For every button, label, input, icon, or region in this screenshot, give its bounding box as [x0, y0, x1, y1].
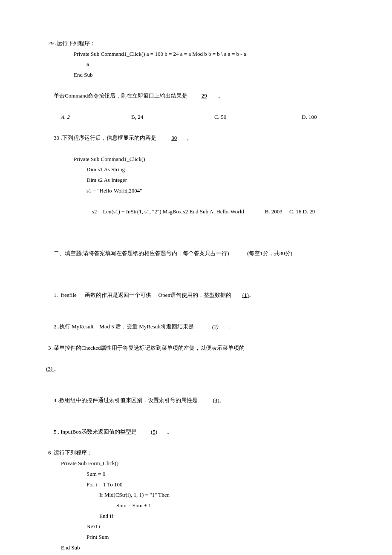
b1-blank: (1)	[242, 292, 249, 298]
q30-code-line: Dim s2 As Integer	[40, 175, 354, 186]
q29-stem-pre: 单击Command命令按钮后，则在立即窗口上输出结果是	[54, 92, 187, 99]
b6-code-line: Private Sub Form_Click()	[40, 458, 354, 469]
q29-stem: 单击Command命令按钮后，则在立即窗口上输出结果是 29 。	[40, 81, 354, 112]
b6-code-line: Sum = Sum + 1	[40, 500, 354, 511]
b2-blank: (2)	[212, 323, 219, 330]
b5-post: 。	[167, 428, 173, 435]
b4-blank: (4)	[213, 397, 219, 403]
b5-pre: 5 . InputBox函数来返回值的类型是	[54, 428, 137, 435]
q30-blank: 30	[171, 135, 177, 141]
b4-post: 。	[219, 397, 225, 403]
b1-pre2: 函数的作用是返回一个可供	[85, 292, 151, 298]
blank2: 2 .执行 MyResult = Mod 5 后，变量 MyResult将返回结…	[40, 311, 354, 343]
document-page: 29 .运行下列程序： Private Sub Command1_Click()…	[0, 0, 392, 555]
q30-choice-b: B. 2003	[265, 208, 282, 215]
blank3-line1: 3 .菜单控件的Checked属性用于将复选标记放到菜单项的左侧，以便表示菜单项…	[40, 343, 354, 354]
blank4: 4 .数组组中的控件通过索引值来区别，设置索引号的属性是 (4)。	[40, 385, 354, 416]
q30-title-pre: 30 .下列程序运行后，信息框显示的内容是	[54, 135, 156, 141]
q29-code-line: Private Sub Command1_Click() a = 100 b =…	[40, 49, 354, 60]
b1-post: 。	[249, 292, 254, 298]
b4-pre: 4 .数组组中的控件通过索引值来区别，设置索引号的属性是	[54, 397, 198, 403]
b6-code-line: Sum = 0	[40, 469, 354, 480]
q30-code-line: s1 = "Hello-World,2004"	[40, 186, 354, 196]
q29-code-line: a	[40, 59, 354, 70]
q30-choice-d: D. 29	[303, 208, 315, 215]
q29-choice-b: B, 24	[131, 112, 214, 123]
q29-choice-c: C. 50	[214, 112, 302, 123]
q29-title: 29 .运行下列程序：	[40, 38, 354, 49]
b1-pre3: Open语句使用的，整型数据的	[159, 292, 231, 298]
b6-stem: 单击窗体后，则在窗体上显示的结果是 (6)	[40, 553, 354, 555]
blank1: 1. freefile 函数的作用是返回一个可供 Open语句使用的，整型数据的…	[40, 279, 354, 311]
q29-stem-post: 。	[218, 92, 224, 99]
b6-code-line: Print Sum	[40, 532, 354, 543]
q29-choice-d: D. 100	[302, 112, 317, 123]
b6-code-line: End If	[40, 511, 354, 522]
q30-code5-main: s2 = Len(s1) + InStr(1, s1, "2") MsgBox …	[92, 208, 244, 215]
b6-code-line: For i = 1 To 100	[40, 480, 354, 490]
q30-code-line: s2 = Len(s1) + InStr(1, s1, "2") MsgBox …	[40, 196, 354, 227]
q30-code-line: Private Sub Command1_Click()	[40, 154, 354, 165]
b3-post: 。	[54, 365, 59, 372]
b2-post: 。	[228, 323, 234, 330]
q29-choice-a: A. 2	[61, 112, 131, 123]
q30-title-post: 。	[187, 135, 192, 141]
q29-code-line: End Sub	[40, 70, 354, 81]
section2-title: 二、填空题(请将答案填写在答题纸的相应答题号内，每个答案只占一行)	[54, 250, 229, 256]
b5-blank: (5)	[151, 428, 157, 435]
q30-code-line: Dim s1 As String	[40, 164, 354, 175]
section2-heading: 二、填空题(请将答案填写在答题纸的相应答题号内，每个答案只占一行) (每空1分，…	[40, 238, 354, 269]
q29-blank: 29	[202, 92, 207, 99]
b6-code-line: End Sub	[40, 543, 354, 553]
q30-choice-c: C. 16	[289, 208, 301, 215]
q29-choices: A. 2 B, 24 C. 50 D. 100	[40, 112, 354, 123]
b6-code-line: Next i	[40, 521, 354, 532]
b1-pre1: 1. freefile	[54, 292, 77, 298]
b3-blank: (3)	[46, 365, 54, 372]
blank3-line2: (3) 。	[40, 353, 354, 385]
b6-title: 6 .运行下列程序：	[40, 448, 354, 458]
section2-meta: (每空1分，共30分)	[247, 250, 292, 256]
b2-pre: 2 .执行 MyResult = Mod 5 后，变量 MyResult将返回结…	[54, 323, 194, 330]
blank5: 5 . InputBox函数来返回值的类型是 (5) 。	[40, 416, 354, 448]
q30-title: 30 .下列程序运行后，信息框显示的内容是 30 。	[40, 123, 354, 154]
b6-code-line: If Mid(CStr(i), 1, 1) = "1" Then	[40, 490, 354, 500]
